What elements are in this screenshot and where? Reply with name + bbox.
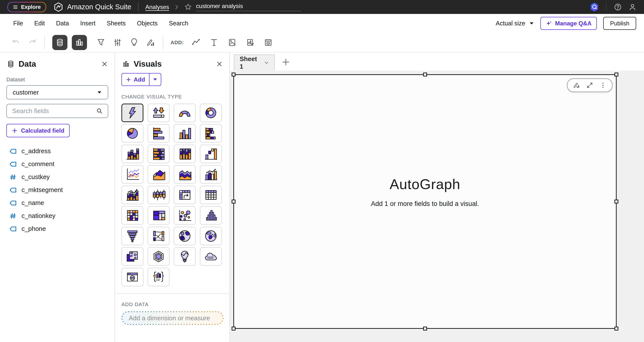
zoom-select[interactable]: Actual size [496, 20, 534, 27]
visual-type-horizontal-bar-chart[interactable] [148, 124, 170, 143]
visual-type-horizontal-stacked-100-bar-chart[interactable] [148, 144, 170, 163]
add-text-box-icon[interactable] [209, 38, 219, 47]
toolbar-panel-toggle-group [52, 35, 87, 50]
dataset-value: customer [13, 89, 39, 96]
sheet-tab[interactable]: Sheet 1 [234, 54, 275, 70]
manage-qa-button[interactable]: Manage Q&A [540, 17, 597, 30]
add-visual-icon[interactable] [191, 38, 200, 47]
visual-type-heat-map[interactable] [122, 206, 144, 225]
close-visuals-panel-icon[interactable] [216, 60, 223, 68]
redo-icon[interactable] [28, 38, 37, 47]
visual-type-table[interactable] [200, 186, 222, 204]
menu-sheets[interactable]: Sheets [107, 20, 126, 27]
visual-type-tree-map[interactable] [148, 206, 170, 225]
visual-type-kpi[interactable] [148, 104, 170, 122]
sheet-canvas: Sheet 1 AutoGraph Add 1 or more fields t… [230, 52, 644, 342]
sparkle-icon [546, 20, 552, 27]
field-item-c_address[interactable]: c_address [0, 144, 114, 158]
search-fields-input[interactable] [12, 107, 96, 115]
add-data-field-well[interactable]: Add a dimension or measure [122, 311, 224, 325]
favorite-star-icon[interactable] [184, 3, 192, 11]
menu-search[interactable]: Search [169, 20, 188, 27]
undo-icon[interactable] [11, 38, 20, 47]
toolbar-add-group [191, 38, 273, 47]
close-data-panel-icon[interactable] [101, 60, 108, 68]
add-embedded-content-icon[interactable] [264, 38, 273, 47]
add-visual-caret-button[interactable] [149, 74, 161, 86]
visual-type-stacked-combo-chart[interactable] [122, 186, 144, 204]
breadcrumb-analyses[interactable]: Analyses [145, 4, 169, 10]
add-sheet-button[interactable] [282, 58, 290, 66]
visual-type-vertical-stacked-bar-chart[interactable] [122, 144, 144, 163]
field-item-c_comment[interactable]: c_comment [0, 158, 114, 170]
filter-icon[interactable] [96, 38, 106, 47]
visual-type-horizontal-stacked-bar-chart[interactable] [200, 124, 222, 143]
visual-type-area-line-chart[interactable] [148, 165, 170, 184]
parameters-icon[interactable] [113, 38, 122, 47]
field-name: c_phone [22, 225, 46, 232]
visual-type-custom-content[interactable] [122, 268, 144, 286]
visual-type-histogram[interactable] [200, 206, 222, 225]
visual-type-line-chart[interactable] [122, 165, 144, 184]
visual-type-clustered-combo-chart[interactable] [200, 165, 222, 184]
autograph-visual[interactable]: AutoGraph Add 1 or more fields to build … [233, 74, 617, 329]
field-name: c_mktsegment [22, 186, 63, 194]
visual-type-box-plot[interactable] [148, 186, 170, 204]
visual-type-filled-map[interactable] [200, 227, 222, 245]
field-item-c_nationkey[interactable]: c_nationkey [0, 209, 114, 222]
visual-type-word-cloud[interactable] [200, 247, 222, 266]
database-icon [7, 60, 15, 68]
visual-type-autograph[interactable] [122, 104, 144, 122]
visual-type-vertical-bar-chart[interactable] [174, 124, 196, 143]
field-item-c_name[interactable]: c_name [0, 196, 114, 209]
add-image-icon[interactable] [228, 38, 237, 47]
visual-type-pie-chart[interactable] [122, 124, 144, 143]
visual-type-insights[interactable] [174, 247, 196, 266]
add-visual-from-analysis-icon[interactable] [246, 38, 255, 47]
quick-suite-badge-icon[interactable] [590, 2, 599, 12]
dataset-select[interactable]: customer [6, 85, 108, 100]
dotted-border-decoration [122, 311, 224, 325]
visual-type-gauge[interactable] [174, 104, 196, 122]
help-icon[interactable] [614, 3, 622, 11]
visual-type-pivot-table[interactable] [174, 186, 196, 204]
visual-type-stacked-area-chart[interactable] [174, 165, 196, 184]
visual-type-funnel-chart[interactable] [122, 227, 144, 245]
field-list: c_addressc_commentc_custkeyc_mktsegmentc… [0, 144, 114, 235]
insights-icon[interactable] [130, 38, 139, 47]
menu-edit[interactable]: Edit [34, 20, 45, 27]
field-item-c_custkey[interactable]: c_custkey [0, 170, 114, 184]
menu-data[interactable]: Data [56, 20, 69, 27]
visual-type-custom-visual[interactable] [148, 268, 170, 286]
field-item-c_mktsegment[interactable]: c_mktsegment [0, 184, 114, 196]
add-visual-button[interactable]: Add [122, 74, 149, 86]
visual-types-icon[interactable] [72, 35, 87, 50]
canvas-body: AutoGraph Add 1 or more fields to build … [230, 70, 644, 342]
visual-type-vertical-stacked-100-bar-chart[interactable] [174, 144, 196, 163]
dataset-icon[interactable] [52, 35, 68, 50]
visual-type-waterfall-chart[interactable] [200, 144, 222, 163]
plus-icon [282, 58, 290, 66]
analysis-title[interactable]: customer analysis [196, 3, 301, 11]
numeric-field-icon [9, 174, 16, 180]
user-icon[interactable] [628, 3, 637, 11]
menu-insert[interactable]: Insert [80, 20, 96, 27]
menu-objects[interactable]: Objects [137, 20, 158, 27]
explore-label: Explore [21, 4, 41, 10]
quick-suite-logo-icon [54, 2, 63, 12]
explore-button[interactable]: Explore [7, 2, 46, 12]
edit-insight-icon[interactable] [146, 38, 156, 47]
visual-type-points-on-map[interactable] [174, 227, 196, 245]
visual-type-donut-chart[interactable] [200, 104, 222, 122]
calculated-field-button[interactable]: Calculated field [6, 124, 70, 137]
visual-type-scatter-plot[interactable] [174, 206, 196, 225]
publish-button[interactable]: Publish [603, 17, 636, 30]
toolbar-history-group [11, 38, 37, 47]
visual-type-sankey-diagram[interactable] [148, 227, 170, 245]
menu-file[interactable]: File [13, 20, 23, 27]
visual-type-radar-chart[interactable] [148, 247, 170, 266]
field-item-c_phone[interactable]: c_phone [0, 222, 114, 235]
visual-type-layered-map[interactable] [122, 247, 144, 266]
menu-items: FileEditDataInsertSheetsObjectsSearch [13, 20, 188, 27]
topbar-divider [138, 3, 138, 11]
